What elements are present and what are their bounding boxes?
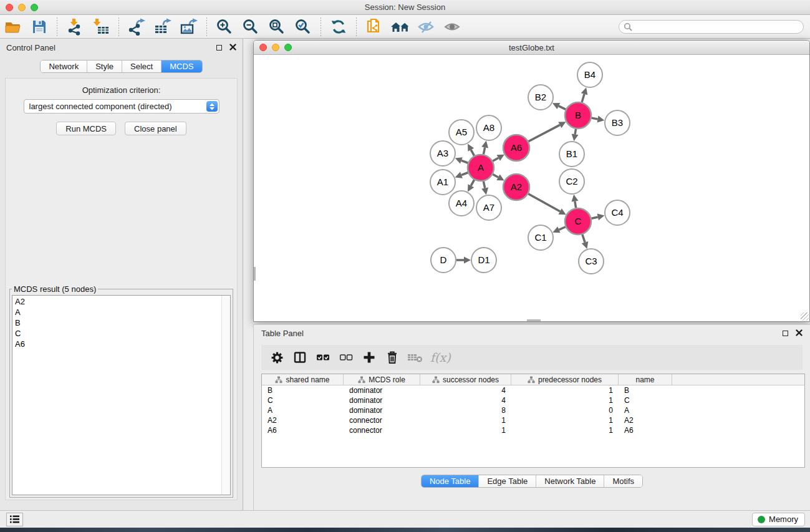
table-row[interactable]: A2connector11A2 xyxy=(262,415,804,425)
result-list-item[interactable]: A2 xyxy=(12,296,221,307)
table-cell[interactable]: B xyxy=(619,386,672,395)
float-panel-icon[interactable] xyxy=(216,45,222,51)
table-cell[interactable]: 1 xyxy=(511,416,619,425)
table-settings-button[interactable] xyxy=(268,348,286,367)
table-row[interactable]: Adominator80A xyxy=(262,405,804,415)
graph-edge-C-C4[interactable] xyxy=(591,217,597,218)
tab-style[interactable]: Style xyxy=(87,60,122,72)
function-builder-button[interactable]: f(x) xyxy=(430,351,451,364)
tab-mcds[interactable]: MCDS xyxy=(162,60,201,72)
table-cell[interactable]: 4 xyxy=(420,386,511,395)
graph-edge-C-C1[interactable] xyxy=(559,227,565,230)
tab-select[interactable]: Select xyxy=(122,60,162,72)
task-history-button[interactable] xyxy=(6,513,23,526)
save-session-button[interactable] xyxy=(28,17,51,37)
zoom-out-button[interactable] xyxy=(239,17,262,37)
deselect-all-button[interactable] xyxy=(337,348,355,367)
result-list-item[interactable]: A6 xyxy=(12,339,221,349)
graph-edge-B-B4[interactable] xyxy=(582,94,584,102)
apply-layout-button[interactable] xyxy=(327,17,350,37)
graph-node-B[interactable]: B xyxy=(565,102,591,128)
result-list-item[interactable]: C xyxy=(12,328,221,339)
open-session-button[interactable] xyxy=(2,17,24,37)
graph-node-C4[interactable]: C4 xyxy=(605,200,630,225)
zoom-in-button[interactable] xyxy=(213,17,236,37)
graph-edge-B-B2[interactable] xyxy=(559,106,566,110)
table-cell[interactable]: A6 xyxy=(619,426,672,435)
graph-node-B1[interactable]: B1 xyxy=(559,142,584,167)
tab-edge-table[interactable]: Edge Table xyxy=(479,475,536,487)
table-cell[interactable]: A xyxy=(262,406,344,415)
graph-node-A5[interactable]: A5 xyxy=(449,120,474,145)
graph-node-A4[interactable]: A4 xyxy=(449,191,474,216)
home-view-button[interactable] xyxy=(389,17,412,37)
table-cell[interactable]: A6 xyxy=(262,426,344,435)
show-panels-button[interactable] xyxy=(441,17,464,37)
table-row[interactable]: Cdominator41C xyxy=(262,395,804,405)
float-table-panel-icon[interactable] xyxy=(783,331,788,336)
graph-edge-A-A8[interactable] xyxy=(483,147,485,154)
graph-edge-A-A2[interactable] xyxy=(493,175,498,178)
table-cell[interactable]: dominator xyxy=(344,406,420,415)
memory-button[interactable]: Memory xyxy=(752,513,805,526)
node-table[interactable]: shared nameMCDS rolesuccessor nodesprede… xyxy=(261,374,805,468)
column-header-shared-name[interactable]: shared name xyxy=(262,374,344,385)
result-list-item[interactable]: B xyxy=(12,317,221,328)
resize-grip-icon[interactable] xyxy=(801,312,809,321)
import-table-button[interactable] xyxy=(90,17,112,37)
graph-edge-B-B3[interactable] xyxy=(592,118,598,119)
close-panel-icon[interactable] xyxy=(229,43,236,52)
optimization-criterion-dropdown[interactable]: largest connected component (directed) xyxy=(24,99,219,114)
graph-node-B2[interactable]: B2 xyxy=(528,85,553,110)
graph-edge-A-A1[interactable] xyxy=(461,173,468,175)
mcds-result-list[interactable]: A2ABCA6 xyxy=(12,295,231,495)
table-cell[interactable]: connector xyxy=(344,426,420,435)
duplicate-network-button[interactable] xyxy=(363,17,385,37)
graph-node-A3[interactable]: A3 xyxy=(430,141,455,166)
table-cell[interactable]: 1 xyxy=(511,396,619,405)
table-cell[interactable]: 1 xyxy=(420,426,511,435)
graph-node-A1[interactable]: A1 xyxy=(430,170,455,195)
graph-edge-A-A5[interactable] xyxy=(471,150,474,156)
tab-network[interactable]: Network xyxy=(41,60,87,72)
import-network-button[interactable] xyxy=(64,17,86,37)
table-cell[interactable]: C xyxy=(262,396,344,405)
network-window-titlebar[interactable]: testGlobe.txt xyxy=(254,41,809,55)
zoom-selected-button[interactable] xyxy=(292,17,314,37)
graph-node-C2[interactable]: C2 xyxy=(559,169,584,194)
graph-node-D1[interactable]: D1 xyxy=(471,248,496,273)
table-row[interactable]: Bdominator41B xyxy=(262,385,804,395)
graph-edge-A-A7[interactable] xyxy=(483,181,485,188)
graph-edge-A-A3[interactable] xyxy=(461,160,468,163)
run-mcds-button[interactable]: Run MCDS xyxy=(56,122,116,135)
hide-panels-button[interactable] xyxy=(415,17,438,37)
graph-node-C3[interactable]: C3 xyxy=(579,249,604,274)
result-list-item[interactable]: A xyxy=(12,307,221,317)
zoom-fit-button[interactable] xyxy=(266,17,288,37)
graph-node-B3[interactable]: B3 xyxy=(605,110,630,135)
graph-node-C[interactable]: C xyxy=(565,208,591,235)
table-cell[interactable]: C xyxy=(619,396,672,405)
delete-column-button[interactable] xyxy=(383,348,402,367)
delete-table-button[interactable] xyxy=(406,348,425,367)
canvas-vscroll-stub[interactable] xyxy=(254,267,256,281)
column-header-MCDS-role[interactable]: MCDS role xyxy=(344,374,420,385)
network-graph[interactable]: B4B2BB3A5A8A6B1A3AA1C2A2A4A7C4CC1C3DD1 xyxy=(254,55,809,321)
table-cell[interactable]: 0 xyxy=(511,406,619,415)
graph-node-C1[interactable]: C1 xyxy=(528,225,553,250)
close-panel-button[interactable]: Close panel xyxy=(125,122,186,135)
network-canvas[interactable]: B4B2BB3A5A8A6B1A3AA1C2A2A4A7C4CC1C3DD1 xyxy=(254,55,809,321)
table-cell[interactable]: 4 xyxy=(420,396,511,405)
table-cell[interactable]: 1 xyxy=(420,416,511,425)
table-cell[interactable]: connector xyxy=(344,416,420,425)
export-table-button[interactable] xyxy=(152,17,174,37)
show-columns-button[interactable] xyxy=(291,348,309,367)
graph-node-A7[interactable]: A7 xyxy=(476,195,501,220)
graph-node-D[interactable]: D xyxy=(431,248,456,273)
column-header-predecessor-nodes[interactable]: predecessor nodes xyxy=(511,374,619,385)
table-cell[interactable]: 1 xyxy=(511,386,619,395)
result-scrollbar[interactable] xyxy=(221,296,230,495)
graph-node-A[interactable]: A xyxy=(468,155,494,181)
export-network-button[interactable] xyxy=(125,17,148,37)
table-cell[interactable]: dominator xyxy=(344,396,420,405)
